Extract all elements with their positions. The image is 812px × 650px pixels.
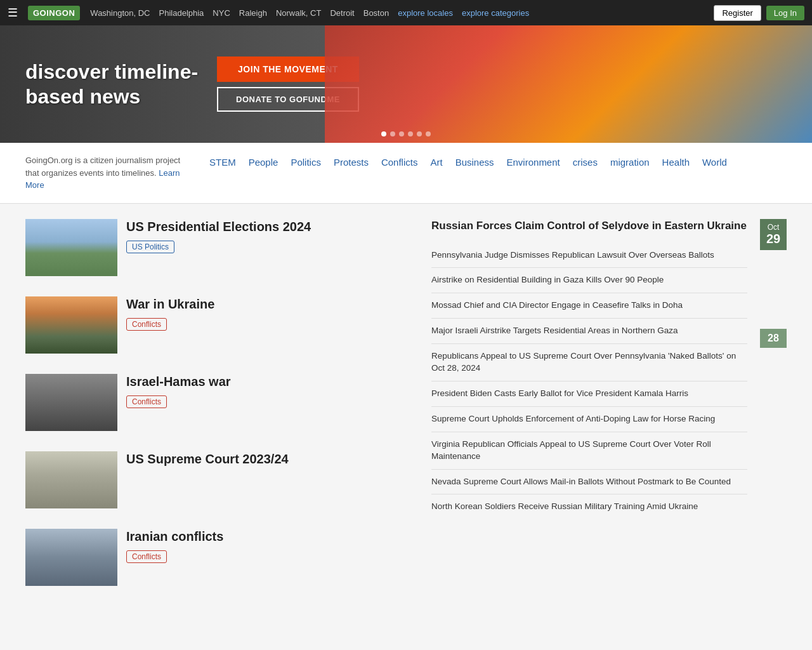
- locale-boston[interactable]: Boston: [363, 8, 389, 18]
- news-item[interactable]: President Biden Casts Early Ballot for V…: [431, 381, 747, 407]
- timeline-title[interactable]: War in Ukraine: [126, 296, 419, 312]
- timeline-tag[interactable]: Conflicts: [126, 550, 167, 563]
- dot-4[interactable]: [408, 131, 413, 136]
- site-logo[interactable]: GOINGON: [28, 6, 80, 20]
- cat-protests[interactable]: Protests: [334, 157, 369, 168]
- timeline-item: Iranian conflicts Conflicts: [25, 529, 419, 586]
- register-button[interactable]: Register: [714, 5, 761, 21]
- timeline-tag[interactable]: Conflicts: [126, 318, 167, 331]
- explore-locales-link[interactable]: explore locales: [398, 8, 453, 18]
- date-badge-secondary: 28: [760, 329, 787, 348]
- date-column: Oct 29 28: [760, 219, 787, 606]
- timeline-thumbnail[interactable]: [25, 451, 117, 508]
- cat-people[interactable]: People: [249, 157, 278, 168]
- timeline-thumbnail[interactable]: [25, 296, 117, 354]
- timeline-item: US Supreme Court 2023/24: [25, 451, 419, 508]
- cat-art[interactable]: Art: [430, 157, 442, 168]
- news-item[interactable]: Supreme Court Upholds Enforcement of Ant…: [431, 407, 747, 432]
- hero-title: discover timeline-based news: [25, 60, 198, 109]
- locale-links: Washington, DC Philadelphia NYC Raleigh …: [90, 8, 704, 18]
- news-item[interactable]: Virginia Republican Officials Appeal to …: [431, 432, 747, 470]
- news-headline[interactable]: Russian Forces Claim Control of Selydove…: [431, 219, 747, 233]
- timeline-title[interactable]: US Presidential Elections 2024: [126, 219, 419, 234]
- navbar: ☰ GOINGON Washington, DC Philadelphia NY…: [0, 0, 812, 25]
- timeline-title[interactable]: Iranian conflicts: [126, 529, 419, 544]
- news-item[interactable]: North Korean Soldiers Receive Russian Mi…: [431, 494, 747, 519]
- timeline-info: US Presidential Elections 2024 US Politi…: [126, 219, 419, 253]
- locale-norwalk[interactable]: Norwalk, CT: [276, 8, 322, 18]
- cat-health[interactable]: Health: [662, 157, 690, 168]
- timeline-info: Iranian conflicts Conflicts: [126, 529, 419, 563]
- categories-list: STEM People Politics Protests Conflicts …: [209, 154, 787, 192]
- locale-raleigh[interactable]: Raleigh: [239, 8, 267, 18]
- timeline-tag[interactable]: Conflicts: [126, 395, 167, 408]
- timeline-thumbnail[interactable]: [25, 219, 117, 276]
- menu-icon[interactable]: ☰: [8, 6, 18, 20]
- timeline-title[interactable]: Israel-Hamas war: [126, 374, 419, 389]
- hero-text: discover timeline-based news: [25, 60, 198, 109]
- explore-categories-link[interactable]: explore categories: [462, 8, 529, 18]
- news-item[interactable]: Nevada Supreme Court Allows Mail-in Ball…: [431, 470, 747, 495]
- auth-actions: Register Log In: [714, 5, 804, 21]
- news-item[interactable]: Airstrike on Residential Building in Gaz…: [431, 268, 747, 293]
- info-bar: GoingOn.org is a citizen journalism proj…: [0, 143, 812, 204]
- timeline-tag[interactable]: US Politics: [126, 241, 174, 253]
- dot-1[interactable]: [381, 131, 386, 136]
- dot-5[interactable]: [417, 131, 422, 136]
- locale-nyc[interactable]: NYC: [213, 8, 230, 18]
- dot-6[interactable]: [426, 131, 431, 136]
- cat-migration[interactable]: migration: [610, 157, 650, 168]
- locale-washington[interactable]: Washington, DC: [90, 8, 150, 18]
- timeline-item: War in Ukraine Conflicts: [25, 296, 419, 354]
- timeline-item: US Presidential Elections 2024 US Politi…: [25, 219, 419, 276]
- news-item[interactable]: Major Israeli Airstrike Targets Resident…: [431, 319, 747, 344]
- news-item[interactable]: Republicans Appeal to US Supreme Court O…: [431, 344, 747, 381]
- timeline-info: US Supreme Court 2023/24: [126, 451, 419, 473]
- timeline-thumbnail[interactable]: [25, 374, 117, 431]
- news-item[interactable]: Pennsylvania Judge Dismisses Republican …: [431, 243, 747, 269]
- locale-philadelphia[interactable]: Philadelphia: [159, 8, 204, 18]
- news-column: Russian Forces Claim Control of Selydove…: [431, 219, 747, 606]
- timeline-thumbnail[interactable]: [25, 529, 117, 586]
- timeline-info: Israel-Hamas war Conflicts: [126, 374, 419, 408]
- hero-carousel-dots: [381, 131, 431, 136]
- description-text: GoingOn.org is a citizen journalism proj…: [25, 156, 180, 178]
- cat-conflicts[interactable]: Conflicts: [381, 157, 418, 168]
- timeline-title[interactable]: US Supreme Court 2023/24: [126, 451, 419, 467]
- date-month: Oct: [763, 223, 784, 232]
- login-button[interactable]: Log In: [766, 6, 804, 20]
- dot-2[interactable]: [390, 131, 395, 136]
- dot-3[interactable]: [399, 131, 404, 136]
- news-item[interactable]: Mossad Chief and CIA Director Engage in …: [431, 293, 747, 319]
- date-day: 29: [763, 232, 784, 246]
- locale-detroit[interactable]: Detroit: [330, 8, 354, 18]
- hero-banner: discover timeline-based news JOIN THE MO…: [0, 25, 812, 143]
- cat-environment[interactable]: Environment: [507, 157, 560, 168]
- cat-business[interactable]: Business: [455, 157, 494, 168]
- site-description: GoingOn.org is a citizen journalism proj…: [25, 154, 190, 192]
- cat-crises[interactable]: crises: [573, 157, 598, 168]
- cat-politics[interactable]: Politics: [291, 157, 321, 168]
- timelines-column: US Presidential Elections 2024 US Politi…: [25, 219, 419, 606]
- date-badge-main: Oct 29: [760, 219, 787, 250]
- hero-bg: [325, 25, 812, 143]
- timeline-item: Israel-Hamas war Conflicts: [25, 374, 419, 431]
- cat-stem[interactable]: STEM: [209, 157, 236, 168]
- cat-world[interactable]: World: [702, 157, 727, 168]
- timeline-info: War in Ukraine Conflicts: [126, 296, 419, 331]
- main-content: US Presidential Elections 2024 US Politi…: [0, 204, 812, 621]
